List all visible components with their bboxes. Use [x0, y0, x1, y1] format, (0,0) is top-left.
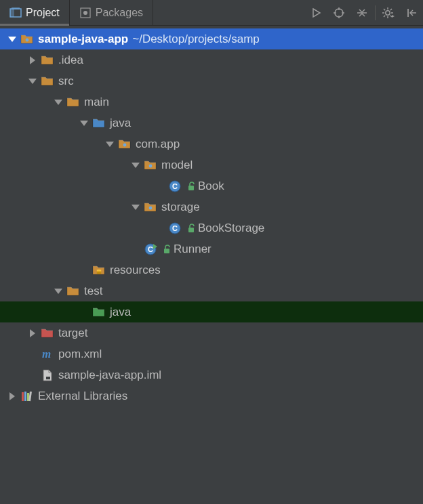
- expand-arrow-icon[interactable]: [53, 97, 64, 108]
- node-label: storage: [161, 201, 200, 214]
- tab-label: Project: [26, 7, 60, 19]
- select-opened-file-button[interactable]: [327, 0, 350, 26]
- project-tree[interactable]: sample-java-app ~/Desktop/projects/samp …: [0, 26, 423, 406]
- project-tab-icon: [9, 7, 22, 19]
- node-label: BookStorage: [198, 222, 264, 235]
- resources-folder-icon: [92, 264, 106, 277]
- libraries-icon: [20, 390, 34, 403]
- expand-arrow-icon[interactable]: [27, 76, 38, 87]
- excluded-folder-icon: [41, 327, 54, 340]
- package-icon: [144, 159, 157, 172]
- tool-window-tabbar: Project Packages: [0, 0, 423, 26]
- tree-node-target[interactable]: target: [0, 322, 423, 343]
- expand-arrow-icon[interactable]: [79, 118, 89, 129]
- node-label: pom.xml: [58, 348, 102, 361]
- tree-node-class-bookstorage[interactable]: BookStorage: [0, 217, 423, 238]
- package-icon: [144, 201, 157, 214]
- scroll-from-source-button[interactable]: [304, 0, 327, 26]
- class-icon: [168, 180, 182, 193]
- expand-arrow-icon[interactable]: [7, 34, 18, 45]
- packages-tab-icon: [79, 7, 92, 19]
- tree-node-src[interactable]: src: [0, 70, 423, 91]
- node-path: ~/Desktop/projects/samp: [132, 33, 260, 46]
- node-label: src: [58, 75, 74, 88]
- tree-node-package[interactable]: com.app: [0, 133, 423, 154]
- module-folder-icon: [20, 33, 34, 46]
- node-label: Runner: [174, 243, 212, 256]
- file-icon: [41, 369, 54, 382]
- tree-node-iml[interactable]: sample-java-app.iml: [0, 364, 423, 385]
- hide-button[interactable]: [400, 0, 423, 26]
- node-label: Book: [198, 180, 224, 193]
- node-label: sample-java-app.iml: [58, 369, 161, 382]
- tree-node-model[interactable]: model: [0, 154, 423, 175]
- source-folder-icon: [92, 117, 106, 130]
- tree-node-class-book[interactable]: Book: [0, 175, 423, 196]
- collapse-all-button[interactable]: [350, 0, 374, 26]
- runnable-class-icon: [144, 243, 157, 256]
- folder-icon: [66, 285, 80, 298]
- node-label: main: [84, 96, 109, 109]
- expand-arrow-icon[interactable]: [53, 286, 64, 297]
- expand-arrow-icon[interactable]: [27, 328, 38, 339]
- folder-icon: [66, 96, 80, 109]
- folder-icon: [41, 75, 54, 88]
- tree-node-test[interactable]: test: [0, 280, 423, 301]
- node-label: target: [58, 327, 87, 340]
- folder-icon: [41, 54, 54, 67]
- node-label: java: [110, 117, 131, 130]
- tree-node-resources[interactable]: resources: [0, 259, 423, 280]
- tree-node-class-runner[interactable]: Runner: [0, 238, 423, 259]
- expand-arrow-icon[interactable]: [130, 160, 141, 171]
- maven-icon: [41, 348, 54, 361]
- tree-node-java-test[interactable]: java: [0, 301, 423, 322]
- node-label: model: [161, 159, 193, 172]
- tree-node-external-libraries[interactable]: External Libraries: [0, 385, 423, 406]
- toolbar-separator: [375, 5, 376, 20]
- tree-node-main[interactable]: main: [0, 91, 423, 112]
- tool-window-toolbar: [304, 0, 423, 25]
- test-source-folder-icon: [92, 306, 106, 319]
- node-label: External Libraries: [38, 390, 127, 403]
- node-label: java: [110, 306, 131, 319]
- expand-arrow-icon[interactable]: [130, 202, 141, 213]
- node-label: sample-java-app: [38, 33, 128, 46]
- expand-arrow-icon[interactable]: [7, 391, 18, 402]
- tab-packages[interactable]: Packages: [70, 0, 153, 25]
- node-label: com.app: [136, 138, 180, 151]
- tree-node-project-root[interactable]: sample-java-app ~/Desktop/projects/samp: [0, 28, 423, 49]
- class-icon: [168, 222, 182, 235]
- settings-button[interactable]: [377, 0, 400, 26]
- package-icon: [118, 138, 132, 151]
- node-label: .idea: [58, 54, 83, 67]
- tree-node-pom[interactable]: pom.xml: [0, 343, 423, 364]
- tree-node-storage[interactable]: storage: [0, 196, 423, 217]
- node-label: test: [84, 285, 102, 298]
- unlock-icon: [187, 182, 195, 191]
- node-label: resources: [110, 264, 161, 277]
- expand-arrow-icon[interactable]: [27, 55, 38, 66]
- unlock-icon: [163, 245, 171, 254]
- unlock-icon: [187, 224, 195, 233]
- tab-project[interactable]: Project: [0, 0, 70, 25]
- expand-arrow-icon[interactable]: [104, 139, 115, 150]
- tree-node-java-main[interactable]: java: [0, 112, 423, 133]
- tree-node-idea[interactable]: .idea: [0, 49, 423, 70]
- tab-label: Packages: [96, 7, 143, 19]
